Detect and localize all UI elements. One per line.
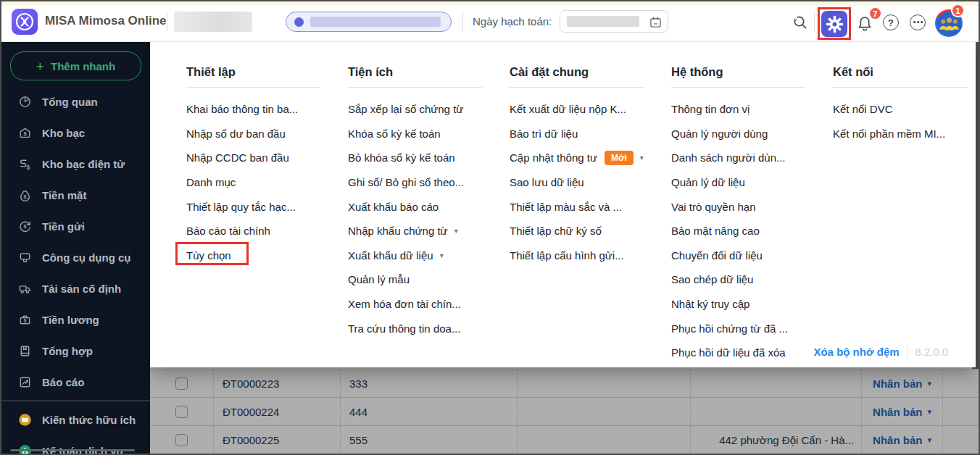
menu-item[interactable]: Kết xuất dữ liệu nộp K... ▾ bbox=[510, 97, 626, 122]
menu-item[interactable]: Thiết lập chữ ký số ▾ bbox=[510, 219, 602, 243]
menu-column-items: Sắp xếp lại số chứng từ ▾ Khóa sổ kỳ kế … bbox=[348, 97, 510, 341]
menu-item[interactable]: Báo cáo tài chính ▾ bbox=[186, 219, 270, 243]
menu-item-label: Nhật ký truy cập bbox=[671, 298, 749, 310]
menu-column: Kết nối Kết nối DVC ▾ Kết nối phần mềm M… bbox=[833, 65, 980, 367]
menu-item[interactable]: Nhật ký truy cập ▾ bbox=[671, 292, 749, 317]
menu-item[interactable]: Chuyển đổi dữ liệu ▾ bbox=[671, 243, 763, 268]
menu-item[interactable]: Bảo mật nâng cao ▾ bbox=[671, 219, 760, 243]
menu-column-rule bbox=[671, 87, 805, 88]
menu-item[interactable]: Xem hóa đơn tài chín... ▾ bbox=[348, 292, 461, 317]
menu-item[interactable]: Xuất khẩu dữ liệu ▾ bbox=[348, 243, 444, 268]
menu-column-title: Tiện ích bbox=[348, 65, 510, 79]
menu-item[interactable]: Nhập CCDC ban đầu ▾ bbox=[186, 146, 289, 170]
sidebar-item[interactable]: $ Tiền gửi bbox=[1, 211, 150, 242]
sidebar-item[interactable]: Báo cáo bbox=[1, 367, 150, 398]
more-options-button[interactable]: ⋯ bbox=[910, 14, 926, 30]
caret-down-icon: ▾ bbox=[440, 251, 444, 259]
misa-logo-icon bbox=[12, 9, 38, 35]
caret-down-icon: ▾ bbox=[454, 227, 458, 235]
menu-item[interactable]: Thiết lập quy tắc hạc... ▾ bbox=[186, 194, 296, 219]
menu-item[interactable]: Sao lưu dữ liệu ▾ bbox=[510, 170, 584, 195]
menu-column-items: Kết nối DVC ▾ Kết nối phần mềm MI... ▾ bbox=[833, 97, 980, 146]
menu-item[interactable]: Sao chép dữ liệu ▾ bbox=[671, 267, 753, 292]
menu-column-rule bbox=[833, 87, 967, 88]
menu-item[interactable]: Nhập số dư ban đầu ▾ bbox=[186, 122, 286, 146]
redacted-org-name bbox=[174, 12, 252, 32]
topbar-tint-strip bbox=[1, 1, 979, 6]
menu-item[interactable]: Cập nhật thông tư Mới ▾ bbox=[510, 146, 644, 170]
menu-item-label: Bảo mật nâng cao bbox=[671, 225, 760, 237]
menu-column-items: Kết xuất dữ liệu nộp K... ▾ Bảo trì dữ l… bbox=[510, 97, 671, 267]
menu-item[interactable]: Bảo trì dữ liệu ▾ bbox=[510, 122, 578, 146]
menu-item-label: Thiết lập màu sắc và ... bbox=[510, 201, 622, 213]
svg-text:$: $ bbox=[26, 164, 30, 171]
menu-item-label: Danh sách người dùn... bbox=[671, 151, 785, 164]
sidebar-item-label: Tiền lương bbox=[42, 314, 99, 326]
sidebar-item[interactable]: $ Kho bạc điện tử bbox=[1, 149, 150, 180]
payroll-icon: $ bbox=[18, 313, 32, 327]
sidebar-item[interactable]: Tài sản cố định bbox=[1, 273, 150, 304]
notification-count-badge: 7 bbox=[868, 7, 882, 20]
menu-item[interactable]: Tra cứu thông tin doa... ▾ bbox=[348, 316, 460, 341]
menu-item[interactable]: Khóa sổ kỳ kế toán ▾ bbox=[348, 122, 441, 146]
quick-add-button[interactable]: + Thêm nhanh bbox=[10, 51, 141, 80]
menu-item[interactable]: Sắp xếp lại số chứng từ ▾ bbox=[348, 97, 463, 122]
menu-item-label: Nhập CCDC ban đầu bbox=[186, 151, 289, 164]
menu-item[interactable]: Bỏ khóa sổ kỳ kế toán ▾ bbox=[348, 146, 455, 170]
menu-item[interactable]: Danh sách người dùn... ▾ bbox=[671, 146, 785, 170]
new-badge: Mới bbox=[605, 151, 634, 164]
menu-item[interactable]: Nhập khẩu chứng từ ▾ bbox=[348, 219, 458, 243]
clear-cache-link[interactable]: Xóa bộ nhớ đệm bbox=[813, 346, 899, 358]
menu-item[interactable]: Quản lý người dùng ▾ bbox=[671, 122, 768, 146]
menu-item[interactable]: Thiết lập cấu hình gửi... ▾ bbox=[510, 243, 624, 268]
sidebar-item[interactable]: Tổng hợp bbox=[1, 335, 150, 367]
version-number: 8.2.0.0 bbox=[915, 346, 948, 358]
status-dot-icon bbox=[294, 17, 304, 27]
menu-item[interactable]: Vai trò quyền hạn ▾ bbox=[671, 194, 755, 219]
menu-item[interactable]: Quản lý dữ liệu ▾ bbox=[671, 170, 745, 195]
menu-column-title: Cài đặt chung bbox=[510, 65, 671, 79]
menu-item[interactable]: Thông tin đơn vị ▾ bbox=[671, 97, 749, 122]
menu-item-label: Bảo trì dữ liệu bbox=[510, 128, 578, 140]
sidebar-item-label: Tiền mặt bbox=[42, 189, 86, 201]
menu-item[interactable]: Phục hồi dữ liệu đã xóa ▾ bbox=[671, 341, 786, 365]
sidebar-scrollbar[interactable] bbox=[10, 449, 135, 451]
menu-column: Thiết lập Khai báo thông tin ba... ▾ Nhậ… bbox=[186, 65, 348, 367]
menu-item[interactable]: Xuất khẩu báo cáo ▾ bbox=[348, 194, 439, 219]
redacted-period-text bbox=[310, 17, 441, 27]
misa-logo[interactable] bbox=[12, 9, 38, 35]
top-bar: MISA Mimosa Online Ngày hạch toán: bbox=[1, 1, 979, 42]
menu-item-label: Thiết lập cấu hình gửi... bbox=[510, 249, 624, 262]
sidebar-item[interactable]: $ Tiền mặt bbox=[1, 180, 150, 211]
sidebar-item[interactable]: Kế toán dịch vụ bbox=[1, 435, 150, 455]
sidebar-item[interactable]: Tổng quan bbox=[1, 86, 150, 117]
sidebar-item[interactable]: $ Kho bạc bbox=[1, 117, 150, 149]
menu-item[interactable]: Tùy chọn ▾ bbox=[186, 243, 231, 268]
posting-date-input[interactable] bbox=[560, 10, 668, 33]
menu-column: Hệ thống Thông tin đơn vị ▾ Quản lý ngườ… bbox=[671, 65, 833, 367]
menu-item[interactable]: Phục hồi chứng từ đã ... ▾ bbox=[671, 316, 788, 341]
period-selector-pill[interactable] bbox=[286, 12, 452, 32]
menu-item-label: Xuất khẩu báo cáo bbox=[348, 201, 439, 213]
sidebar-item[interactable]: $ Tiền lương bbox=[1, 304, 150, 335]
sidebar-item-label: Tổng quan bbox=[42, 96, 98, 108]
menu-item-label: Chuyển đổi dữ liệu bbox=[671, 249, 763, 262]
menu-item[interactable]: Thiết lập màu sắc và ... ▾ bbox=[510, 194, 622, 219]
topbar-divider bbox=[814, 12, 815, 31]
topbar-divider bbox=[462, 12, 463, 31]
svg-text:$: $ bbox=[24, 194, 27, 200]
menu-item[interactable]: Kết nối phần mềm MI... ▾ bbox=[833, 122, 945, 146]
help-button[interactable]: ? bbox=[883, 14, 899, 30]
menu-item[interactable]: Quản lý mẫu ▾ bbox=[348, 267, 410, 292]
menu-item[interactable]: Ghi sổ/ Bỏ ghi sổ theo... ▾ bbox=[348, 170, 464, 195]
calendar-icon bbox=[649, 15, 663, 29]
menu-column: Tiện ích Sắp xếp lại số chứng từ ▾ Khóa … bbox=[348, 65, 510, 367]
reports-icon bbox=[18, 375, 32, 389]
sidebar-item[interactable]: Kiến thức hữu ích bbox=[1, 404, 150, 435]
settings-button[interactable] bbox=[821, 11, 847, 37]
menu-item[interactable]: Danh mục ▾ bbox=[186, 170, 236, 195]
menu-item[interactable]: Kết nối DVC ▾ bbox=[833, 97, 893, 122]
menu-item[interactable]: Khai báo thông tin ba... ▾ bbox=[186, 97, 298, 122]
search-button[interactable] bbox=[791, 13, 810, 32]
sidebar-item[interactable]: Công cụ dụng cụ bbox=[1, 242, 150, 273]
